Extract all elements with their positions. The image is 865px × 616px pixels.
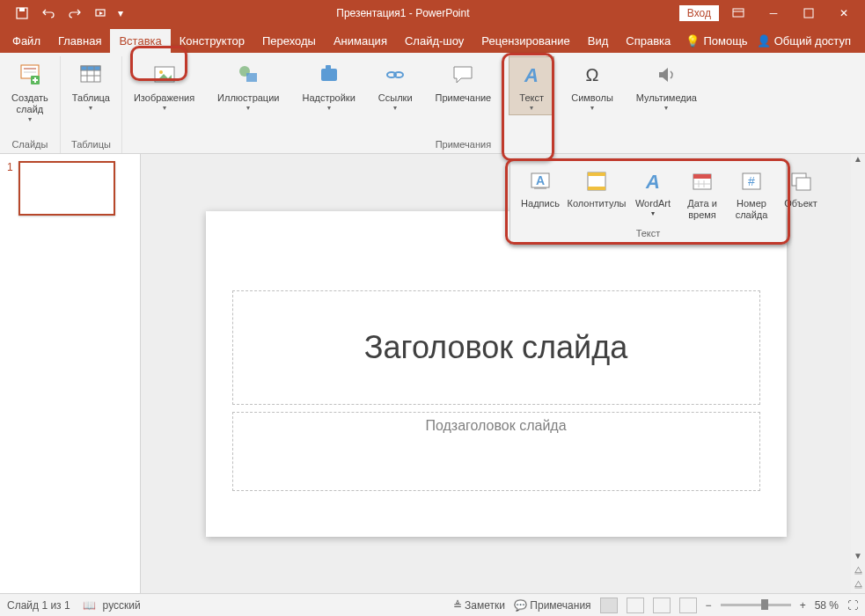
titlebar-right: Вход ─ ✕ (679, 0, 865, 26)
svg-rect-24 (326, 65, 331, 70)
flyout-group-label: Текст (510, 223, 786, 244)
tab-help[interactable]: Справка (617, 29, 679, 53)
notes-button[interactable]: ≜ Заметки (453, 599, 505, 612)
zoom-in-icon[interactable]: + (800, 599, 806, 612)
illustrations-button[interactable]: Иллюстрации▾ (211, 56, 285, 115)
addins-button[interactable]: Надстройки▾ (296, 56, 361, 115)
tab-home[interactable]: Главная (49, 29, 110, 53)
tab-slideshow[interactable]: Слайд-шоу (396, 29, 473, 53)
group-label-text (531, 139, 533, 153)
links-button[interactable]: Ссылки▾ (372, 56, 419, 115)
subtitle-placeholder[interactable]: Подзаголовок слайда (232, 412, 760, 491)
symbols-button[interactable]: Ω Символы▾ (565, 56, 619, 115)
datetime-button[interactable]: Дата и время (679, 166, 725, 223)
svg-rect-22 (246, 73, 257, 82)
slide-thumbnail-pane[interactable]: 1 (0, 154, 141, 593)
tab-design[interactable]: Конструктор (171, 29, 253, 53)
undo-icon[interactable] (35, 0, 62, 26)
svg-rect-38 (693, 174, 711, 179)
svg-marker-29 (659, 68, 668, 82)
object-button[interactable]: Объект (778, 166, 824, 223)
svg-text:A: A (645, 171, 660, 193)
svg-rect-6 (804, 9, 813, 18)
ribbon: Создать слайд▾ Слайды Таблица▾ Таблицы И… (0, 53, 865, 154)
spellcheck-icon[interactable]: 📖 (83, 599, 96, 612)
slideshow-view-icon[interactable] (679, 598, 697, 613)
wordart-button[interactable]: A WordArt▾ (630, 166, 676, 223)
vertical-scrollbar[interactable]: ▲ ▼ ⧋ ⧋ (851, 154, 865, 593)
tab-animation[interactable]: Анимация (325, 29, 396, 53)
tab-review[interactable]: Рецензирование (473, 29, 578, 53)
wordart-icon: A (640, 168, 666, 194)
media-label: Мультимедиа (636, 92, 697, 104)
slidenumber-button[interactable]: # Номер слайда (729, 166, 774, 223)
redo-icon[interactable] (62, 0, 88, 26)
tab-file[interactable]: Файл (4, 29, 49, 53)
table-icon (77, 61, 105, 89)
share-button[interactable]: 👤Общий доступ (757, 34, 851, 48)
svg-point-19 (159, 70, 163, 74)
tab-insert[interactable]: Вставка (110, 29, 170, 53)
zoom-level[interactable]: 58 % (815, 599, 839, 612)
prev-slide-icon[interactable]: ⧋ (854, 565, 862, 579)
thumbnail-preview[interactable] (18, 161, 115, 216)
illustrations-label: Иллюстрации (217, 92, 279, 104)
scroll-up-icon[interactable]: ▲ (854, 154, 862, 168)
title-placeholder[interactable]: Заголовок слайда (232, 290, 760, 405)
svg-rect-1 (19, 8, 25, 11)
close-icon[interactable]: ✕ (828, 0, 860, 26)
login-button[interactable]: Вход (679, 5, 719, 21)
tab-view[interactable]: Вид (579, 29, 618, 53)
reading-view-icon[interactable] (653, 598, 671, 613)
svg-rect-4 (733, 9, 744, 17)
new-slide-label: Создать слайд (11, 92, 48, 115)
comments-button[interactable]: 💬 Примечания (514, 599, 591, 612)
slide[interactable]: Заголовок слайда Подзаголовок слайда (206, 211, 787, 537)
svg-text:A: A (536, 173, 545, 187)
tab-right-group: 💡Помощь 👤Общий доступ (685, 34, 861, 53)
slide-counter[interactable]: Слайд 1 из 1 (7, 599, 70, 612)
speaker-icon (652, 61, 680, 89)
textbox-icon: A (527, 168, 553, 194)
save-icon[interactable] (9, 0, 35, 26)
start-from-beginning-icon[interactable] (88, 0, 114, 26)
images-label: Изображения (134, 92, 194, 104)
svg-text:#: # (748, 174, 755, 188)
group-illustrations: Иллюстрации▾ (206, 56, 290, 153)
share-icon: 👤 (757, 34, 771, 48)
zoom-slider[interactable] (721, 604, 791, 606)
new-slide-button[interactable]: Создать слайд▾ (5, 56, 55, 127)
group-tables: Таблица▾ Таблицы (61, 56, 122, 153)
minimize-icon[interactable]: ─ (758, 0, 789, 26)
new-slide-icon (16, 61, 44, 89)
slide-sorter-view-icon[interactable] (627, 598, 644, 613)
window-title: Презентация1 - PowerPoint (127, 7, 679, 19)
group-slides: Создать слайд▾ Слайды (0, 56, 61, 153)
fit-to-window-icon[interactable]: ⛶ (847, 599, 858, 612)
maximize-icon[interactable] (793, 0, 825, 26)
text-label: Текст (519, 92, 544, 104)
qat-dropdown-icon[interactable]: ▾ (114, 0, 127, 26)
svg-rect-23 (321, 69, 337, 81)
normal-view-icon[interactable] (600, 598, 618, 613)
images-button[interactable]: Изображения▾ (128, 56, 201, 115)
next-slide-icon[interactable]: ⧋ (854, 579, 862, 593)
table-button[interactable]: Таблица▾ (66, 56, 116, 115)
group-addins: Надстройки▾ (290, 56, 366, 153)
object-icon (788, 168, 814, 194)
thumbnail-item[interactable]: 1 (7, 161, 133, 216)
textbox-button[interactable]: A Надпись (517, 166, 563, 223)
tab-transitions[interactable]: Переходы (253, 29, 325, 53)
zoom-out-icon[interactable]: − (706, 599, 712, 612)
text-button[interactable]: A Текст▾ (509, 56, 554, 115)
headerfooter-button[interactable]: Колонтитулы (567, 166, 627, 223)
scroll-down-icon[interactable]: ▼ (854, 551, 862, 565)
comment-button[interactable]: Примечание (429, 56, 498, 106)
language-indicator[interactable]: русский (103, 599, 141, 612)
links-label: Ссылки (378, 92, 413, 104)
table-label: Таблица (72, 92, 110, 104)
ribbon-display-options-icon[interactable] (722, 0, 754, 26)
help-button[interactable]: 💡Помощь (685, 34, 747, 48)
wordart-label: WordArt (635, 198, 671, 209)
media-button[interactable]: Мультимедиа▾ (630, 56, 703, 115)
